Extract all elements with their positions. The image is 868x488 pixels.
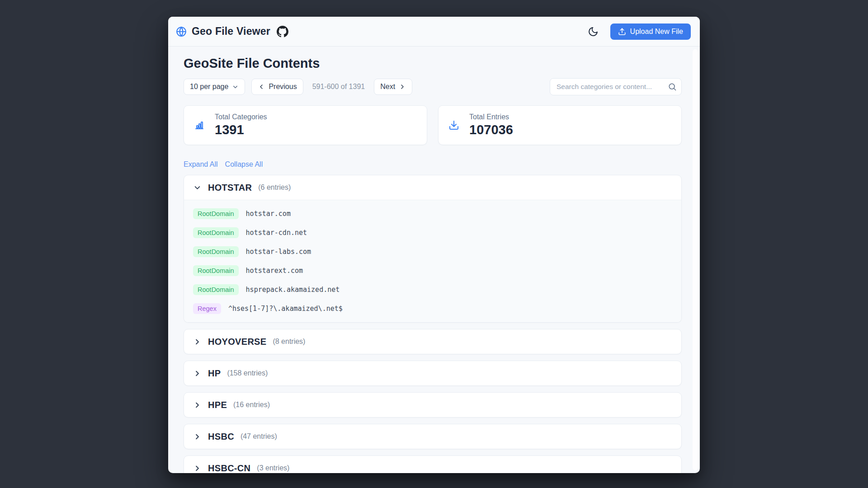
download-icon [448, 120, 459, 131]
chevron-down-icon [232, 84, 239, 90]
entry-value: hotstar-cdn.net [246, 229, 307, 237]
category-entry-count: (8 entries) [273, 338, 305, 346]
upload-icon [618, 28, 626, 36]
chevron-right-icon [193, 432, 202, 441]
bulk-actions: Expand All Collapse All [184, 160, 682, 169]
scrollbar-track[interactable] [693, 49, 698, 470]
category-name: HP [208, 368, 221, 379]
brand: Geo File Viewer [175, 25, 288, 38]
category-header[interactable]: HP (158 entries) [184, 361, 681, 385]
entry-type-badge: RootDomain [193, 208, 239, 219]
category-card: HOTSTAR (6 entries) RootDomain hotstar.c… [184, 175, 682, 323]
page-range: 591-600 of 1391 [310, 83, 368, 91]
chevron-right-icon [193, 183, 202, 192]
entry-row: RootDomain hsprepack.akamaized.net [193, 283, 672, 296]
entry-row: RootDomain hotstar-cdn.net [193, 226, 672, 239]
entry-row: RootDomain hotstar.com [193, 207, 672, 220]
category-list: HOTSTAR (6 entries) RootDomain hotstar.c… [184, 175, 682, 473]
category-name: HOTSTAR [208, 183, 252, 193]
bar-chart-icon [194, 120, 205, 131]
category-name: HSBC [208, 432, 234, 442]
stat-label: Total Entries [469, 113, 513, 121]
globe-icon [175, 26, 187, 38]
chevron-right-icon [193, 369, 202, 378]
category-card: HOYOVERSE (8 entries) [184, 329, 682, 354]
category-entries: RootDomain hotstar.com RootDomain hotsta… [184, 200, 681, 322]
entry-row: RootDomain hotstarext.com [193, 264, 672, 277]
total-entries-card: Total Entries 107036 [438, 105, 682, 145]
next-button[interactable]: Next [374, 79, 412, 95]
entry-type-badge: Regex [193, 303, 221, 314]
category-entry-count: (158 entries) [227, 369, 268, 377]
search-icon [668, 82, 677, 91]
entry-type-badge: RootDomain [193, 284, 239, 295]
total-categories-card: Total Categories 1391 [184, 105, 427, 145]
entry-value: hsprepack.akamaized.net [246, 286, 340, 294]
category-card: HP (158 entries) [184, 361, 682, 386]
chevron-right-icon [193, 464, 202, 473]
chevron-right-icon [193, 401, 202, 409]
category-header[interactable]: HPE (16 entries) [184, 393, 681, 417]
category-card: HSBC-CN (3 entries) [184, 455, 682, 473]
theme-toggle-button[interactable] [588, 26, 599, 37]
stats-row: Total Categories 1391 Total Entries 1070… [184, 105, 682, 145]
collapse-all-link[interactable]: Collapse All [225, 160, 263, 169]
category-card: HPE (16 entries) [184, 392, 682, 418]
entry-value: hotstarext.com [246, 267, 303, 275]
entry-value: ^hses[1-7]?\.akamaized\.net$ [228, 305, 343, 313]
next-label: Next [380, 83, 395, 91]
category-header[interactable]: HSBC-CN (3 entries) [184, 456, 681, 473]
per-page-select[interactable]: 10 per page [184, 79, 245, 95]
per-page-value: 10 per page [190, 83, 228, 91]
category-entry-count: (3 entries) [257, 464, 289, 472]
entry-value: hotstar-labs.com [246, 248, 311, 256]
category-name: HSBC-CN [208, 463, 250, 474]
category-header[interactable]: HOYOVERSE (8 entries) [184, 329, 681, 354]
page-title: GeoSite File Contents [184, 56, 682, 71]
app-header: Geo File Viewer [168, 17, 700, 47]
category-name: HOYOVERSE [208, 337, 266, 347]
entry-type-badge: RootDomain [193, 265, 239, 276]
app-window: Geo File Viewer [168, 17, 700, 473]
category-entry-count: (6 entries) [258, 183, 291, 192]
upload-new-file-button[interactable]: Upload New File [610, 23, 691, 40]
chevron-right-icon [399, 83, 406, 90]
stat-value: 107036 [469, 122, 513, 137]
github-icon[interactable] [277, 26, 288, 38]
main-content: GeoSite File Contents 10 per page Previo… [168, 47, 700, 473]
category-header[interactable]: HOTSTAR (6 entries) [184, 175, 681, 200]
category-header[interactable]: HSBC (47 entries) [184, 424, 681, 449]
upload-button-label: Upload New File [630, 28, 683, 36]
entry-row: Regex ^hses[1-7]?\.akamaized\.net$ [193, 302, 672, 315]
category-entry-count: (16 entries) [233, 401, 270, 409]
entry-type-badge: RootDomain [193, 227, 239, 238]
previous-button[interactable]: Previous [251, 79, 303, 95]
entry-value: hotstar.com [246, 210, 291, 218]
entry-type-badge: RootDomain [193, 246, 239, 257]
controls-row: 10 per page Previous 591-600 of 1391 Nex… [184, 78, 682, 95]
chevron-left-icon [258, 83, 265, 90]
stat-value: 1391 [215, 122, 267, 137]
chevron-right-icon [193, 338, 202, 346]
category-card: HSBC (47 entries) [184, 424, 682, 449]
app-title: Geo File Viewer [192, 25, 270, 38]
entry-row: RootDomain hotstar-labs.com [193, 245, 672, 258]
moon-icon [588, 26, 599, 37]
category-entry-count: (47 entries) [241, 432, 277, 441]
previous-label: Previous [269, 83, 297, 91]
stat-label: Total Categories [215, 113, 267, 121]
expand-all-link[interactable]: Expand All [184, 160, 218, 169]
search-input[interactable] [550, 78, 682, 95]
category-name: HPE [208, 400, 227, 410]
